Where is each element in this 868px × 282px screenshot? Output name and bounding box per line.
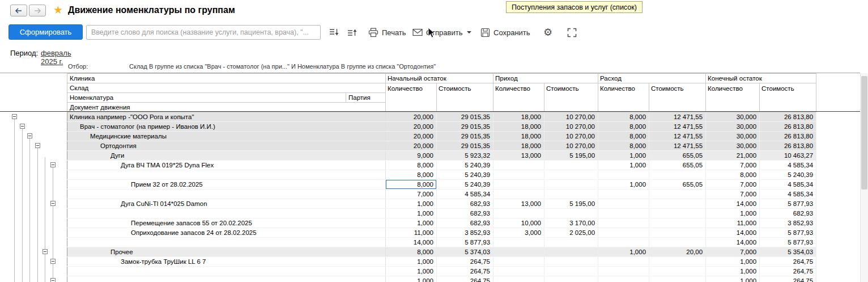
value-cell[interactable]: 13,000 — [493, 199, 544, 209]
value-cell[interactable] — [493, 180, 544, 190]
value-cell[interactable]: 14,000 — [706, 199, 760, 209]
value-cell[interactable]: 1,000 — [386, 209, 437, 218]
value-cell[interactable]: 14,000 — [386, 238, 437, 247]
value-cell[interactable]: 3 852,93 — [437, 228, 493, 238]
value-cell[interactable]: 9,000 — [386, 151, 437, 161]
value-cell[interactable]: 264,75 — [760, 276, 816, 282]
value-cell[interactable]: 264,75 — [760, 257, 816, 267]
value-cell[interactable] — [598, 267, 649, 276]
value-cell[interactable]: 20,000 — [386, 112, 437, 122]
row-label[interactable] — [67, 276, 386, 282]
value-cell[interactable]: 8,000 — [386, 170, 437, 180]
value-cell[interactable]: 10 270,00 — [544, 122, 598, 132]
value-cell[interactable] — [493, 238, 544, 247]
value-cell[interactable] — [598, 257, 649, 267]
value-cell[interactable] — [649, 228, 706, 238]
value-cell[interactable]: 7,000 — [706, 247, 760, 257]
row-label[interactable]: Оприходование запасов 24 от 28.02.2025 — [67, 228, 386, 238]
value-cell[interactable] — [649, 276, 706, 282]
group-collapse-expander[interactable] — [27, 133, 32, 138]
value-cell[interactable] — [544, 267, 598, 276]
value-cell[interactable]: 20,000 — [386, 122, 437, 132]
value-cell[interactable] — [649, 218, 706, 228]
value-cell[interactable] — [493, 247, 544, 257]
value-cell[interactable]: 7,000 — [386, 190, 437, 199]
value-cell[interactable] — [598, 238, 649, 247]
generate-button[interactable]: Сформировать — [8, 24, 83, 40]
value-cell[interactable]: 4 585,34 — [760, 190, 816, 199]
value-cell[interactable] — [544, 257, 598, 267]
value-cell[interactable] — [544, 180, 598, 190]
value-cell[interactable]: 21,000 — [706, 151, 760, 161]
value-cell[interactable]: 11,000 — [386, 228, 437, 238]
group-collapse-expander[interactable] — [20, 124, 25, 129]
value-cell[interactable]: 5 923,32 — [437, 151, 493, 161]
value-cell[interactable]: 3 852,93 — [760, 218, 816, 228]
group-collapse-expander[interactable] — [50, 201, 56, 206]
row-label[interactable]: Дуги — [67, 151, 386, 161]
row-label[interactable]: Клиника например -"ООО Рога и копыта" — [67, 112, 386, 122]
value-cell[interactable]: 30,000 — [706, 112, 760, 122]
value-cell[interactable] — [649, 267, 706, 276]
value-cell[interactable]: 1,000 — [386, 218, 437, 228]
value-cell[interactable]: 29 015,35 — [437, 122, 493, 132]
value-cell[interactable]: 8,000 — [386, 247, 437, 257]
value-cell[interactable]: 20,00 — [649, 247, 706, 257]
row-label[interactable]: Дуга CuNi-Tl 014*025 Damon — [67, 199, 386, 209]
value-cell[interactable] — [598, 209, 649, 218]
value-cell[interactable]: 1,000 — [706, 267, 760, 276]
group-collapse-expander[interactable] — [50, 162, 56, 167]
value-cell[interactable]: 11,000 — [706, 218, 760, 228]
value-cell[interactable]: 5 877,93 — [760, 238, 816, 247]
value-cell[interactable]: 1,000 — [598, 161, 649, 170]
value-cell[interactable]: 29 015,35 — [437, 132, 493, 141]
value-cell[interactable]: 10 270,00 — [544, 141, 598, 151]
value-cell[interactable]: 655,05 — [649, 161, 706, 170]
value-cell[interactable]: 682,93 — [760, 209, 816, 218]
value-cell[interactable] — [493, 161, 544, 170]
value-cell[interactable]: 264,75 — [437, 267, 493, 276]
value-cell[interactable]: 1,000 — [386, 276, 437, 282]
value-cell[interactable]: 10 270,00 — [544, 112, 598, 122]
vertical-scrollbar[interactable] — [860, 73, 868, 282]
row-label[interactable]: Прочее — [67, 247, 386, 257]
value-cell[interactable]: 1,000 — [386, 267, 437, 276]
value-cell[interactable]: 18,000 — [493, 132, 544, 141]
value-cell[interactable]: 682,93 — [437, 199, 493, 209]
group-collapse-expander[interactable] — [50, 278, 56, 282]
value-cell[interactable] — [493, 276, 544, 282]
value-cell[interactable] — [544, 161, 598, 170]
value-cell[interactable]: 682,93 — [437, 209, 493, 218]
value-cell[interactable]: 5 354,03 — [760, 247, 816, 257]
scrollbar-thumb[interactable] — [861, 76, 867, 190]
selected-value-cell[interactable]: 8,000 — [386, 180, 437, 190]
value-cell[interactable] — [649, 238, 706, 247]
value-cell[interactable]: 5 877,93 — [760, 228, 816, 238]
value-cell[interactable]: 20,000 — [386, 141, 437, 151]
collapse-groups-icon[interactable] — [346, 26, 358, 39]
value-cell[interactable]: 5 374,03 — [437, 247, 493, 257]
value-cell[interactable]: 13,000 — [493, 151, 544, 161]
row-label[interactable]: Замок-трубка ТруШик LL 6 7 — [67, 257, 386, 267]
value-cell[interactable]: 12 471,55 — [649, 141, 706, 151]
value-cell[interactable] — [598, 228, 649, 238]
value-cell[interactable]: 1,000 — [598, 247, 649, 257]
value-cell[interactable]: 8,000 — [386, 161, 437, 170]
value-cell[interactable]: 4 585,34 — [437, 190, 493, 199]
value-cell[interactable]: 8,000 — [598, 112, 649, 122]
value-cell[interactable]: 5 877,93 — [760, 199, 816, 209]
value-cell[interactable] — [649, 209, 706, 218]
favorite-star-icon[interactable]: ★ — [53, 4, 63, 16]
value-cell[interactable]: 264,75 — [437, 257, 493, 267]
value-cell[interactable] — [649, 257, 706, 267]
value-cell[interactable]: 655,05 — [649, 151, 706, 161]
value-cell[interactable]: 4 585,34 — [760, 180, 816, 190]
row-label[interactable]: Медицинские материалы — [67, 132, 386, 141]
row-label[interactable]: Перемещение запасов 55 от 20.02.2025 — [67, 218, 386, 228]
value-cell[interactable]: 5 240,39 — [437, 180, 493, 190]
value-cell[interactable]: 264,75 — [437, 276, 493, 282]
value-cell[interactable]: 1,000 — [706, 209, 760, 218]
back-button[interactable] — [10, 5, 27, 16]
value-cell[interactable]: 1,000 — [706, 276, 760, 282]
value-cell[interactable]: 7,000 — [706, 180, 760, 190]
